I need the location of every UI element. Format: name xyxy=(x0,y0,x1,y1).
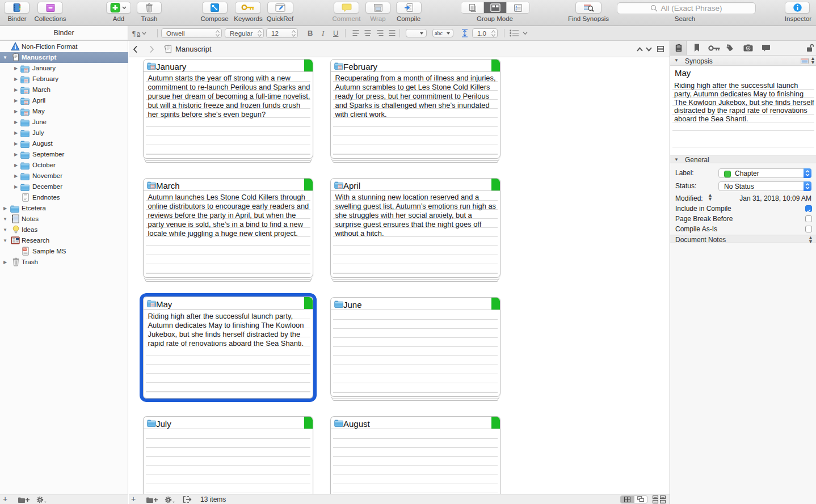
svg-text:¶: ¶ xyxy=(132,29,136,37)
svg-text:PDF: PDF xyxy=(23,248,27,250)
svg-text:a: a xyxy=(137,30,141,37)
